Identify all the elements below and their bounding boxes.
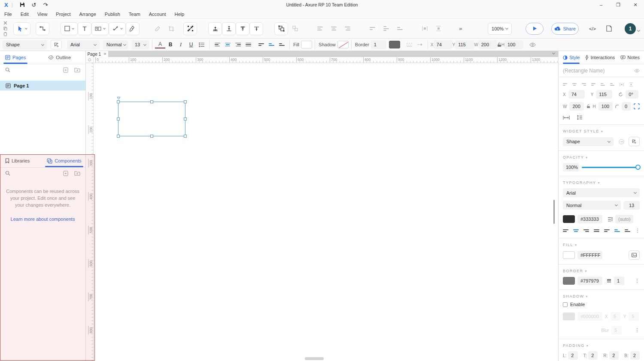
menu-publish[interactable]: Publish — [100, 12, 125, 17]
tab-notes[interactable]: Notes — [620, 51, 640, 64]
font-weight-select[interactable]: Normal — [103, 40, 128, 49]
padding-r-field[interactable]: 2 — [609, 351, 619, 360]
menu-project[interactable]: Project — [52, 12, 75, 17]
bold-button[interactable]: B — [165, 40, 176, 49]
cut-icon[interactable] — [3, 21, 7, 25]
group-button[interactable] — [274, 22, 288, 35]
vertical-align-middle-button[interactable] — [266, 40, 276, 49]
font-family-select[interactable]: Arial — [67, 40, 100, 49]
chevron-down-icon[interactable] — [103, 27, 106, 30]
padding-l-field[interactable]: 2 — [568, 351, 577, 360]
resize-handle-w[interactable] — [117, 117, 120, 120]
learn-more-link[interactable]: Learn more about components — [0, 217, 85, 222]
menu-team[interactable]: Team — [125, 12, 145, 17]
menu-file[interactable]: File — [0, 12, 16, 17]
menu-help[interactable]: Help — [170, 12, 188, 17]
minimize-button[interactable]: – — [592, 0, 610, 9]
y-field[interactable]: 115 — [455, 40, 474, 49]
search-icon[interactable] — [5, 67, 10, 72]
paste-icon[interactable] — [3, 32, 7, 36]
scale-tool-button[interactable] — [183, 22, 197, 35]
y-field[interactable]: 115 — [596, 90, 612, 99]
text-align-left-button[interactable] — [563, 229, 568, 232]
opacity-slider-knob[interactable] — [635, 165, 641, 170]
tab-pages[interactable]: Pages — [3, 51, 28, 64]
add-page-icon[interactable] — [63, 67, 68, 73]
line-height-field[interactable]: (auto) — [615, 215, 633, 223]
pen-tool-button[interactable] — [126, 22, 140, 35]
collapse-icon[interactable]: ▾ — [585, 269, 588, 273]
rotation-field[interactable]: 0° — [626, 90, 638, 99]
more-options-icon[interactable]: ⋮ — [635, 278, 640, 284]
resize-handle-ne[interactable] — [184, 100, 187, 103]
font-color-button[interactable]: A — [155, 41, 165, 48]
menu-arrange[interactable]: Arrange — [75, 12, 100, 17]
share-button[interactable]: Share — [551, 23, 579, 35]
add-component-folder-icon[interactable] — [74, 171, 80, 176]
more-options-icon[interactable]: ⋮ — [635, 327, 640, 333]
text-color-field[interactable]: #333333 — [577, 215, 602, 223]
w-field[interactable]: 200 — [569, 102, 583, 111]
chevron-down-icon[interactable] — [120, 27, 123, 30]
add-component-icon[interactable] — [63, 171, 68, 176]
collapse-icon[interactable]: ▾ — [601, 129, 604, 133]
bullet-list-button[interactable] — [196, 40, 207, 49]
chevron-down-icon[interactable] — [637, 29, 640, 32]
lock-aspect-icon[interactable] — [497, 42, 501, 47]
avatar[interactable]: 1 — [625, 23, 636, 34]
border-width-field[interactable]: 1 — [614, 277, 624, 285]
preview-button[interactable] — [526, 23, 544, 35]
text-align-center-button[interactable] — [573, 229, 579, 232]
magic-wand-tool-button[interactable] — [109, 22, 126, 35]
text-align-right-button[interactable] — [583, 229, 589, 232]
connector-tool-button[interactable] — [36, 22, 49, 35]
h-field[interactable]: 100 — [598, 102, 613, 111]
underline-button[interactable]: U — [186, 40, 196, 49]
shadow-swatch[interactable] — [337, 41, 349, 48]
tab-outline[interactable]: Outline — [46, 51, 73, 64]
x-field[interactable]: 74 — [568, 90, 585, 99]
fill-swatch[interactable] — [301, 41, 312, 48]
opacity-field[interactable]: 100% — [563, 163, 579, 171]
font-size-field[interactable]: 13 — [623, 201, 640, 210]
border-color-swatch[interactable] — [563, 277, 575, 285]
border-color-field[interactable]: #797979 — [577, 277, 602, 285]
collapse-icon[interactable]: ▾ — [586, 295, 589, 298]
resize-handle-se[interactable] — [184, 135, 187, 138]
text-align-right-button[interactable] — [233, 40, 243, 49]
w-field[interactable]: 200 — [478, 40, 497, 49]
rotation-marker-icon[interactable] — [117, 97, 121, 100]
font-family-select[interactable]: Arial — [563, 188, 640, 197]
toolbar-overflow-button[interactable]: » — [459, 25, 462, 32]
widget-style-select[interactable]: Shape — [563, 137, 614, 146]
tab-style[interactable]: Style — [563, 51, 580, 64]
fill-image-button[interactable] — [629, 250, 640, 260]
fill-color-swatch[interactable] — [563, 251, 575, 259]
fill-color-field[interactable]: #FFFFFF — [577, 251, 602, 259]
collapse-icon[interactable]: ▾ — [586, 156, 588, 159]
text-color-swatch[interactable] — [563, 215, 575, 223]
tab-list-chevron-icon[interactable] — [552, 51, 555, 54]
widget-name-input[interactable]: (Rectangle Name) — [563, 68, 605, 74]
visibility-eye-icon[interactable] — [634, 69, 640, 72]
resize-handle-e[interactable] — [184, 117, 187, 120]
h-field[interactable]: 100 — [504, 40, 523, 49]
resize-handle-s[interactable] — [150, 135, 153, 138]
text-align-center-button[interactable] — [222, 40, 233, 49]
collapse-icon[interactable]: ▾ — [575, 243, 577, 247]
resize-handle-n[interactable] — [150, 100, 153, 103]
menu-view[interactable]: View — [33, 12, 52, 17]
chevron-down-icon[interactable] — [25, 27, 27, 30]
select-tool-button[interactable] — [13, 22, 30, 35]
horizontal-scrollbar-thumb[interactable] — [305, 357, 324, 360]
close-tab-icon[interactable]: ✕ — [103, 52, 107, 56]
tab-libraries[interactable]: Libraries — [3, 154, 32, 167]
style-painter-button[interactable] — [629, 137, 640, 146]
page-tab[interactable]: Page 1 ✕ — [86, 51, 108, 57]
collapse-icon[interactable]: ▾ — [586, 344, 589, 348]
border-width-field[interactable]: 1 — [371, 40, 386, 49]
text-align-justify-button[interactable] — [594, 229, 599, 232]
fit-width-icon[interactable] — [563, 115, 570, 120]
padding-b-field[interactable]: 2 — [630, 351, 640, 360]
add-folder-icon[interactable] — [74, 67, 80, 72]
